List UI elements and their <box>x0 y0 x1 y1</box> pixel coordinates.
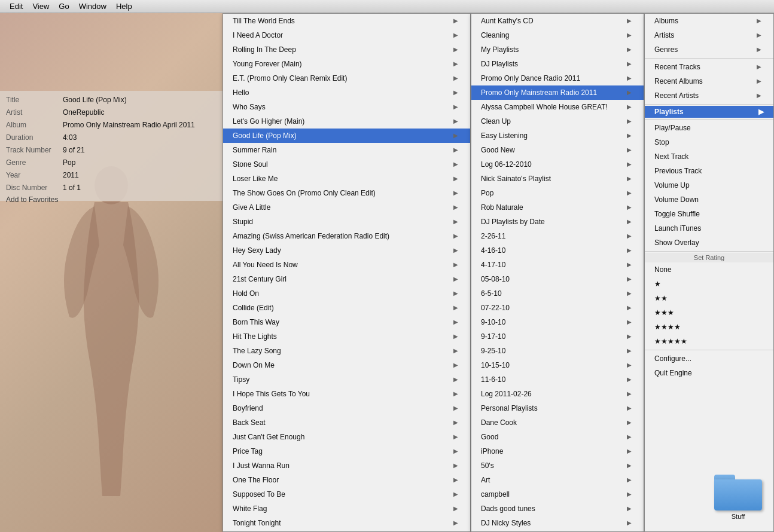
menu-help[interactable]: Help <box>111 1 137 12</box>
playlist-item-11[interactable]: Nick Sainato's Playlist▶ <box>471 172 644 186</box>
track-item-5[interactable]: Hello▶ <box>223 85 470 100</box>
playlist-item-8[interactable]: Easy Listening▶ <box>471 129 644 143</box>
play-pause-button[interactable]: Play/Pause <box>645 121 773 135</box>
menu-view[interactable]: View <box>28 1 54 12</box>
track-item-2[interactable]: Rolling In The Deep▶ <box>223 42 470 57</box>
track-item-23[interactable]: The Lazy Song▶ <box>223 344 470 358</box>
rating-option-5[interactable]: ★★★★★ <box>645 334 773 348</box>
playlist-item-33[interactable]: campbell▶ <box>471 487 644 502</box>
playlist-item-35[interactable]: DJ Nicky Styles▶ <box>471 516 644 530</box>
menu-go[interactable]: Go <box>54 1 74 12</box>
track-item-21[interactable]: Born This Way▶ <box>223 315 470 329</box>
playlist-item-29[interactable]: Good▶ <box>471 430 644 444</box>
track-item-1[interactable]: I Need A Doctor▶ <box>223 28 470 42</box>
track-item-32[interactable]: One The Floor▶ <box>223 473 470 487</box>
playlist-item-1[interactable]: Cleaning▶ <box>471 28 644 42</box>
playlist-item-6[interactable]: Alyssa Campbell Whole House GREAT!▶ <box>471 100 644 114</box>
track-item-24[interactable]: Down On Me▶ <box>223 358 470 372</box>
add-favorites-button[interactable]: Add to Favorites <box>6 195 58 204</box>
track-item-12[interactable]: The Show Goes On (Promo Only Clean Edit)… <box>223 186 470 200</box>
track-item-8[interactable]: Good Life (Pop Mix)▶ <box>223 129 470 143</box>
track-item-16[interactable]: Hey Sexy Lady▶ <box>223 243 470 258</box>
menu-window[interactable]: Window <box>74 1 111 12</box>
volume-down-button[interactable]: Volume Down <box>645 192 773 207</box>
playlist-item-19[interactable]: 6-5-10▶ <box>471 286 644 301</box>
track-item-3[interactable]: Young Forever (Main)▶ <box>223 57 470 71</box>
playlist-item-3[interactable]: DJ Playlists▶ <box>471 57 644 71</box>
playlist-item-0[interactable]: Aunt Kathy's CD▶ <box>471 14 644 28</box>
playlist-item-24[interactable]: 10-15-10▶ <box>471 358 644 372</box>
rating-option-4[interactable]: ★★★★ <box>645 320 773 334</box>
playlist-item-27[interactable]: Personal Playlists▶ <box>471 401 644 415</box>
launch-itunes-button[interactable]: Launch iTunes <box>645 221 773 236</box>
configure-button[interactable]: Configure... <box>645 351 773 366</box>
playlist-item-30[interactable]: iPhone▶ <box>471 444 644 458</box>
track-item-20[interactable]: Collide (Edit)▶ <box>223 301 470 315</box>
playlist-item-16[interactable]: 4-16-10▶ <box>471 243 644 258</box>
playlist-item-2[interactable]: My Playlists▶ <box>471 42 644 57</box>
stop-button[interactable]: Stop <box>645 135 773 149</box>
quit-engine-button[interactable]: Quit Engine <box>645 366 773 380</box>
playlist-item-28[interactable]: Dane Cook▶ <box>471 415 644 430</box>
folder-icon[interactable] <box>714 475 762 510</box>
track-item-31[interactable]: I Just Wanna Run▶ <box>223 458 470 473</box>
playlists-dropdown[interactable]: Aunt Kathy's CD▶Cleaning▶My Playlists▶DJ… <box>471 13 644 532</box>
track-item-29[interactable]: Just Can't Get Enough▶ <box>223 430 470 444</box>
track-item-0[interactable]: Till The World Ends▶ <box>223 14 470 28</box>
track-item-6[interactable]: Who Says▶ <box>223 100 470 114</box>
genres-link[interactable]: Genres▶ <box>645 42 773 57</box>
rating-option-1[interactable]: ★ <box>645 277 773 291</box>
recent-albums-link[interactable]: Recent Albums▶ <box>645 74 773 88</box>
previous-track-button[interactable]: Previous Track <box>645 164 773 178</box>
playlist-item-21[interactable]: 9-10-10▶ <box>471 315 644 329</box>
playlist-item-31[interactable]: 50's▶ <box>471 458 644 473</box>
playlist-item-34[interactable]: Dads good tunes▶ <box>471 502 644 516</box>
playlist-item-18[interactable]: 05-08-10▶ <box>471 272 644 286</box>
recent-artists-link[interactable]: Recent Artists▶ <box>645 88 773 103</box>
track-item-18[interactable]: 21st Century Girl▶ <box>223 272 470 286</box>
track-item-30[interactable]: Price Tag▶ <box>223 444 470 458</box>
track-item-13[interactable]: Give A Little▶ <box>223 200 470 215</box>
albums-link[interactable]: Albums▶ <box>645 14 773 28</box>
track-item-35[interactable]: Tonight Tonight▶ <box>223 516 470 530</box>
track-item-14[interactable]: Stupid▶ <box>223 215 470 229</box>
track-item-9[interactable]: Summer Rain▶ <box>223 143 470 157</box>
track-item-33[interactable]: Supposed To Be▶ <box>223 487 470 502</box>
show-overlay-button[interactable]: Show Overlay <box>645 236 773 250</box>
playlist-item-7[interactable]: Clean Up▶ <box>471 114 644 129</box>
track-item-25[interactable]: Tipsy▶ <box>223 372 470 387</box>
playlist-item-9[interactable]: Good New▶ <box>471 143 644 157</box>
rating-option-3[interactable]: ★★★ <box>645 305 773 320</box>
recent-tracks-link[interactable]: Recent Tracks▶ <box>645 60 773 74</box>
playlist-item-14[interactable]: DJ Playlists by Date▶ <box>471 215 644 229</box>
track-item-22[interactable]: Hit The Lights▶ <box>223 329 470 344</box>
rating-option-0[interactable]: None <box>645 262 773 277</box>
playlist-item-10[interactable]: Log 06-12-2010▶ <box>471 157 644 172</box>
playlist-item-5[interactable]: Promo Only Mainstream Radio 2011▶ <box>471 85 644 100</box>
track-item-34[interactable]: White Flag▶ <box>223 502 470 516</box>
playlists-section-header[interactable]: Playlists▶ <box>645 106 773 118</box>
playlist-item-23[interactable]: 9-25-10▶ <box>471 344 644 358</box>
track-item-15[interactable]: Amazing (Swiss American Federation Radio… <box>223 229 470 243</box>
playlist-item-4[interactable]: Promo Only Dance Radio 2011▶ <box>471 71 644 85</box>
track-item-4[interactable]: E.T. (Promo Only Clean Remix Edit)▶ <box>223 71 470 85</box>
track-item-10[interactable]: Stone Soul▶ <box>223 157 470 172</box>
menu-edit[interactable]: Edit <box>5 1 28 12</box>
rating-option-2[interactable]: ★★ <box>645 291 773 305</box>
track-item-27[interactable]: Boyfriend▶ <box>223 401 470 415</box>
playlist-item-13[interactable]: Rob Naturale▶ <box>471 200 644 215</box>
playlist-item-17[interactable]: 4-17-10▶ <box>471 258 644 272</box>
playlist-item-20[interactable]: 07-22-10▶ <box>471 301 644 315</box>
playlist-item-12[interactable]: Pop▶ <box>471 186 644 200</box>
playlist-item-22[interactable]: 9-17-10▶ <box>471 329 644 344</box>
track-item-28[interactable]: Back Seat▶ <box>223 415 470 430</box>
track-item-26[interactable]: I Hope This Gets To You▶ <box>223 387 470 401</box>
playlist-item-25[interactable]: 11-6-10▶ <box>471 372 644 387</box>
track-item-7[interactable]: Let's Go Higher (Main)▶ <box>223 114 470 129</box>
volume-up-button[interactable]: Volume Up <box>645 178 773 192</box>
track-item-11[interactable]: Loser Like Me▶ <box>223 172 470 186</box>
track-item-17[interactable]: All You Need Is Now▶ <box>223 258 470 272</box>
playlist-item-32[interactable]: Art▶ <box>471 473 644 487</box>
artists-link[interactable]: Artists▶ <box>645 28 773 42</box>
playlist-item-26[interactable]: Log 2011-02-26▶ <box>471 387 644 401</box>
